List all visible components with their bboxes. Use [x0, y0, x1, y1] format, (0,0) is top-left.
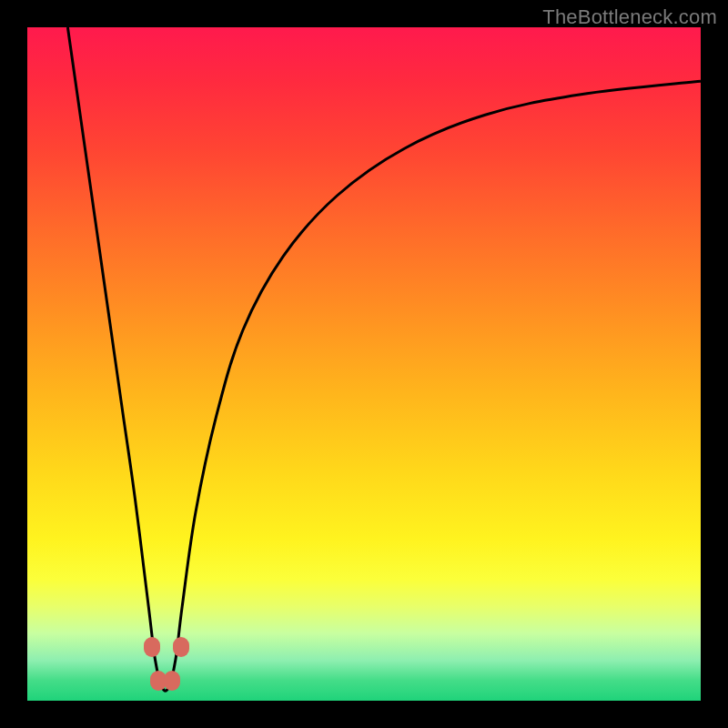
bottleneck-curve	[67, 27, 701, 691]
curve-layer	[27, 27, 701, 701]
chart-frame: TheBottleneck.com	[0, 0, 728, 728]
data-marker	[144, 637, 160, 657]
watermark-text: TheBottleneck.com	[542, 5, 717, 29]
data-marker	[173, 637, 189, 657]
plot-area	[27, 27, 701, 701]
data-marker	[164, 671, 180, 691]
